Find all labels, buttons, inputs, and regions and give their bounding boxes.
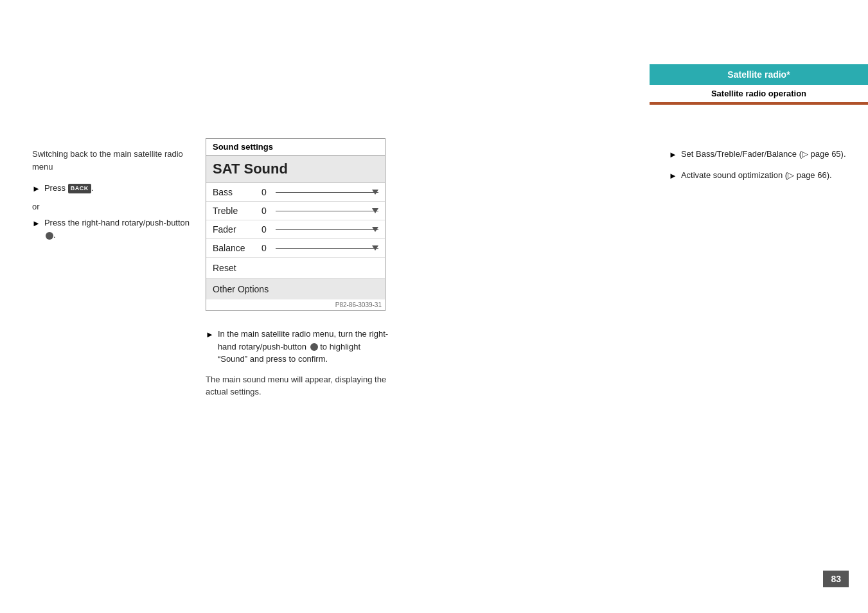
treble-slider (276, 211, 378, 211)
fader-slider (276, 229, 378, 230)
bass-value: 0 (258, 187, 270, 197)
sound-settings-panel: Sound settings SAT Sound Bass 0 Treble 0 (206, 138, 385, 311)
press-rotary-text: Press the right-hand rotary/push-button … (44, 217, 199, 242)
balance-row: Balance 0 (206, 239, 385, 258)
balance-label: Balance (213, 243, 258, 253)
back-badge: BACK (68, 184, 91, 194)
sat-sound-title: SAT Sound (206, 155, 385, 183)
fader-value: 0 (258, 224, 270, 235)
header-satellite-radio: Satellite radio* (650, 64, 868, 85)
header-area: Satellite radio* Satellite radio operati… (650, 64, 868, 105)
bass-slider (276, 192, 378, 193)
right-bullet-2: ► Activate sound optimization (▷ page 66… (669, 169, 855, 182)
fader-row: Fader 0 (206, 220, 385, 239)
balance-slider (276, 248, 378, 249)
bullet-arrow-1: ► (32, 182, 40, 195)
sound-settings-box: Sound settings SAT Sound Bass 0 Treble 0 (206, 138, 385, 311)
header-satellite-operation: Satellite radio operation (650, 85, 868, 105)
page-number: 83 (823, 571, 849, 587)
circle-button-icon (46, 232, 53, 240)
press-back-text: Press BACK. (44, 182, 93, 195)
switching-text: Switching back to the main satellite rad… (32, 148, 199, 173)
press-rotary-item: ► Press the right-hand rotary/push-butto… (32, 217, 199, 242)
center-bullet-1-text: In the main satellite radio menu, turn t… (218, 328, 389, 366)
center-bullet-1: ► In the main satellite radio menu, turn… (206, 328, 389, 366)
right-column: ► Set Bass/Treble/Fader/Balance (▷ page … (669, 148, 855, 190)
left-column: Switching back to the main satellite rad… (32, 148, 199, 248)
right-bullet-arrow-1: ► (669, 148, 677, 161)
bullet-arrow-2: ► (32, 217, 40, 230)
other-options-row: Other Options (206, 279, 385, 299)
right-bullet-2-text: Activate sound optimization (▷ page 66). (681, 169, 832, 182)
sound-settings-header: Sound settings (206, 139, 385, 155)
treble-slider-indicator (372, 208, 378, 213)
bass-slider-indicator (372, 190, 378, 195)
balance-slider-indicator (372, 245, 378, 251)
treble-value: 0 (258, 206, 270, 216)
circle-icon-2 (310, 343, 318, 351)
fader-label: Fader (213, 224, 258, 235)
center-bullet-arrow-1: ► (206, 328, 214, 341)
right-bullet-1: ► Set Bass/Treble/Fader/Balance (▷ page … (669, 148, 855, 161)
fader-slider-line (276, 229, 378, 230)
center-bullets: ► In the main satellite radio menu, turn… (206, 328, 389, 398)
treble-slider-line (276, 211, 378, 211)
bass-label: Bass (213, 187, 258, 197)
bass-row: Bass 0 (206, 183, 385, 202)
or-text: or (32, 202, 199, 211)
bass-slider-line (276, 192, 378, 193)
balance-value: 0 (258, 243, 270, 253)
treble-row: Treble 0 (206, 202, 385, 220)
reset-row: Reset (206, 258, 385, 279)
body-text: The main sound menu will appear, display… (206, 373, 389, 398)
treble-label: Treble (213, 206, 258, 216)
fader-slider-indicator (372, 227, 378, 232)
press-back-item: ► Press BACK. (32, 182, 199, 195)
right-bullet-1-text: Set Bass/Treble/Fader/Balance (▷ page 65… (681, 148, 846, 161)
figure-caption: P82-86-3039-31 (206, 299, 385, 310)
balance-slider-line (276, 248, 378, 249)
right-bullet-arrow-2: ► (669, 170, 677, 182)
